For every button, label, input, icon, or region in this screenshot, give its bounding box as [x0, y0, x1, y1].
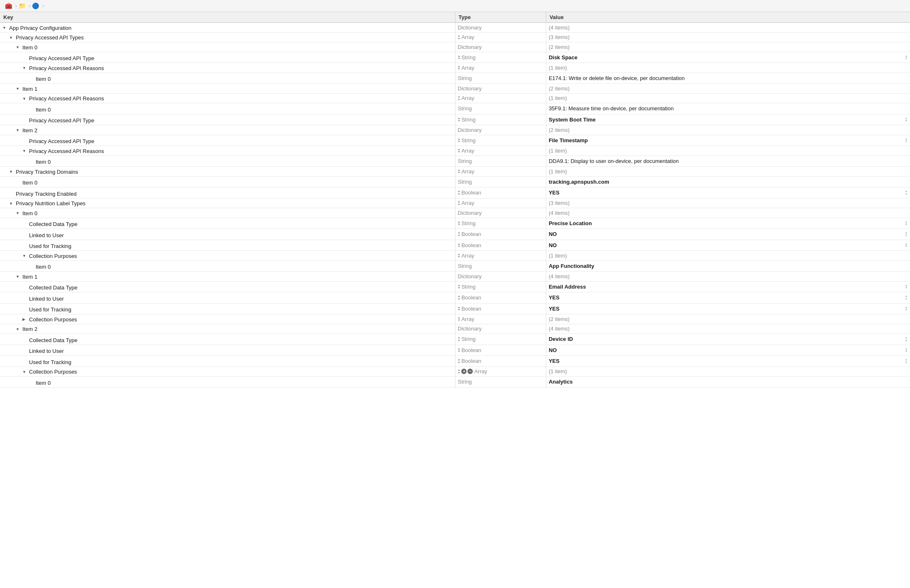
- disclosure-triangle[interactable]: ▼: [16, 275, 22, 279]
- type-label: String: [461, 117, 475, 123]
- type-stepper[interactable]: ▲▼: [458, 231, 460, 237]
- type-stepper[interactable]: ▲▼: [458, 284, 460, 289]
- key-cell: Used for Tracking: [0, 240, 455, 251]
- type-stepper[interactable]: ▲▼: [458, 369, 460, 374]
- value-label: System Boot Time: [549, 117, 596, 123]
- value-cell: NO▲▼: [546, 345, 910, 356]
- key-cell: ▼Collection Purposes: [0, 251, 455, 261]
- value-label: (1 item): [549, 368, 567, 374]
- key-cell: Item 0: [0, 260, 455, 272]
- type-stepper[interactable]: ▲▼: [458, 316, 460, 322]
- disclosure-triangle[interactable]: ▼: [2, 26, 8, 30]
- value-stepper[interactable]: ▲▼: [905, 231, 908, 237]
- key-cell: Item 0: [0, 176, 455, 187]
- add-item-button[interactable]: +: [461, 369, 467, 374]
- breadcrumb-privacyinfo[interactable]: 🔵: [32, 2, 41, 9]
- key-cell: Collected Data Type: [0, 334, 455, 345]
- type-stepper[interactable]: ▲▼: [458, 200, 460, 206]
- disclosure-triangle[interactable]: ▼: [9, 202, 15, 206]
- type-stepper[interactable]: ▲▼: [458, 221, 460, 226]
- key-cell: Item 0: [0, 73, 455, 84]
- key-cell: Linked to User: [0, 345, 455, 356]
- key-label: Collection Purposes: [29, 316, 77, 323]
- remove-item-button[interactable]: −: [467, 369, 473, 374]
- key-label: Linked to User: [29, 232, 64, 238]
- type-stepper[interactable]: ▲▼: [458, 306, 460, 311]
- table-header-row: Key Type Value: [0, 12, 910, 23]
- value-stepper[interactable]: ▲▼: [905, 138, 908, 143]
- key-label: Used for Tracking: [29, 359, 71, 365]
- type-stepper[interactable]: ▲▼: [458, 95, 460, 101]
- folder-icon: 📁: [19, 2, 26, 9]
- value-stepper[interactable]: ▲▼: [905, 336, 908, 342]
- disclosure-triangle[interactable]: ▼: [16, 128, 22, 132]
- type-stepper[interactable]: ▲▼: [458, 169, 460, 174]
- value-stepper[interactable]: ▲▼: [905, 221, 908, 226]
- value-stepper[interactable]: ▲▼: [905, 55, 908, 60]
- disclosure-triangle[interactable]: ▼: [22, 97, 28, 101]
- type-stepper[interactable]: ▲▼: [458, 190, 460, 195]
- key-cell: Privacy Accessed API Type: [0, 135, 455, 146]
- type-label: Boolean: [461, 231, 481, 237]
- value-stepper[interactable]: ▲▼: [905, 347, 908, 353]
- key-label: Item 0: [36, 107, 51, 113]
- key-cell: Collected Data Type: [0, 218, 455, 229]
- type-stepper[interactable]: ▲▼: [458, 148, 460, 153]
- key-label: Privacy Nutrition Label Types: [16, 200, 85, 207]
- value-stepper[interactable]: ▲▼: [905, 243, 908, 248]
- disclosure-triangle[interactable]: ▼: [9, 36, 15, 40]
- value-stepper[interactable]: ▲▼: [905, 358, 908, 364]
- disclosure-triangle[interactable]: ▶: [22, 317, 28, 321]
- disclosure-triangle[interactable]: ▼: [9, 170, 15, 174]
- type-cell: ▲▼String: [455, 334, 546, 345]
- disclosure-triangle[interactable]: ▼: [16, 45, 22, 49]
- value-stepper[interactable]: ▲▼: [905, 117, 908, 122]
- breadcrumb-bar: 🧰 › 📁 › 🔵 ›: [0, 0, 910, 12]
- value-cell: (4 items): [546, 208, 910, 218]
- value-label: (2 items): [549, 127, 570, 133]
- value-stepper[interactable]: ▲▼: [905, 306, 908, 311]
- value-label: (1 item): [549, 253, 567, 259]
- disclosure-triangle[interactable]: ▼: [22, 370, 28, 374]
- value-label: File Timestamp: [549, 137, 588, 143]
- type-label: String: [458, 105, 472, 112]
- type-stepper[interactable]: ▲▼: [458, 336, 460, 342]
- type-stepper[interactable]: ▲▼: [458, 34, 460, 40]
- type-stepper[interactable]: ▲▼: [458, 55, 460, 60]
- type-cell: String: [455, 156, 546, 167]
- value-cell: Device ID▲▼: [546, 334, 910, 345]
- value-label: (4 items): [549, 273, 570, 279]
- disclosure-triangle[interactable]: ▼: [22, 254, 28, 258]
- type-stepper[interactable]: ▲▼: [458, 117, 460, 122]
- breadcrumb-toolbox-1[interactable]: 🧰: [5, 2, 14, 9]
- value-stepper[interactable]: ▲▼: [905, 284, 908, 289]
- type-stepper[interactable]: ▲▼: [458, 65, 460, 70]
- disclosure-triangle[interactable]: ▼: [16, 211, 22, 215]
- type-stepper[interactable]: ▲▼: [458, 138, 460, 143]
- value-cell: (1 item): [546, 93, 910, 103]
- type-stepper[interactable]: ▲▼: [458, 347, 460, 353]
- disclosure-triangle[interactable]: ▼: [16, 327, 22, 331]
- table-row: Item 0Stringtracking.apnspush.com: [0, 176, 910, 187]
- key-cell: Item 0: [0, 156, 455, 167]
- table-row: Item 0StringDDA9.1: Display to user on-d…: [0, 156, 910, 167]
- disclosure-triangle[interactable]: ▼: [22, 149, 28, 153]
- disclosure-triangle[interactable]: ▼: [16, 87, 22, 91]
- type-stepper[interactable]: ▲▼: [458, 295, 460, 300]
- value-cell: (2 items): [546, 125, 910, 135]
- table-row: Linked to User▲▼BooleanNO▲▼: [0, 345, 910, 356]
- key-label: Item 2: [22, 127, 37, 134]
- breadcrumb-toolbox-2[interactable]: 📁: [19, 2, 27, 9]
- disclosure-triangle[interactable]: ▼: [22, 66, 28, 70]
- key-cell: Used for Tracking: [0, 356, 455, 367]
- table-row: ▼Privacy Accessed API Reasons▲▼Array(1 i…: [0, 93, 910, 103]
- type-cell: ▲▼+−Array: [455, 367, 546, 377]
- type-stepper[interactable]: ▲▼: [458, 243, 460, 248]
- type-cell: ▲▼String: [455, 218, 546, 229]
- type-stepper[interactable]: ▲▼: [458, 253, 460, 258]
- value-stepper[interactable]: ▲▼: [905, 190, 908, 195]
- value-label: YES: [549, 358, 560, 364]
- type-stepper[interactable]: ▲▼: [458, 358, 460, 364]
- value-stepper[interactable]: ▲▼: [905, 295, 908, 300]
- type-label: Array: [461, 253, 474, 259]
